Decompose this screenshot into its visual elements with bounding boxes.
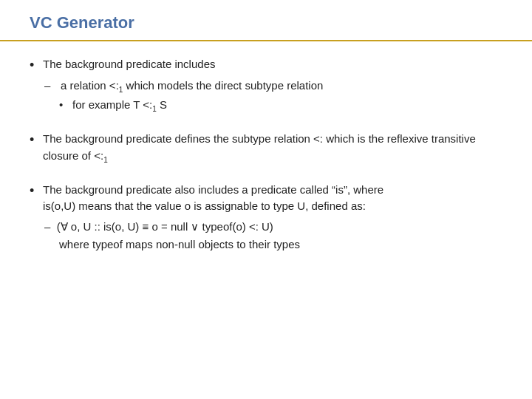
formula-line: – (∀ o, U :: is(o, U) ≡ o = null ∨ typeo…	[44, 218, 502, 236]
bullet-3-line2: is(o,U) means that the value o is assign…	[43, 200, 366, 212]
sub-sub-bullet-row: • for example T <:1 S	[59, 97, 502, 115]
bullet-2-text: The background predicate defines the sub…	[43, 131, 502, 166]
bullet-3-text: The background predicate also includes a…	[43, 182, 502, 215]
sub-sub-text: for example T <:1 S	[72, 97, 502, 115]
bullet-1-top: • The background predicate includes	[30, 56, 502, 75]
bullet-1-text: The background predicate includes	[43, 56, 502, 73]
sub-bullet-1-row: – a relation <:1 which models the direct…	[44, 78, 502, 95]
slide-container: VC Generator • The background predicate …	[0, 0, 532, 399]
bullet-1-dot: •	[30, 56, 43, 75]
sub-sub-bullet: • for example T <:1 S	[59, 97, 502, 115]
for-example-label: for example	[72, 98, 130, 111]
where-line: where typeof maps non-null objects to th…	[59, 236, 502, 253]
bullet-2-top: • The background predicate defines the s…	[30, 131, 502, 166]
bullet-3-top: • The background predicate also includes…	[30, 182, 502, 215]
bullet-3-dot: •	[30, 182, 43, 200]
sub-sub-dot: •	[59, 97, 72, 114]
bullet-2-dot: •	[30, 131, 43, 149]
sub-dash-1: –	[44, 78, 61, 95]
bullet-section-1: • The background predicate includes – a …	[30, 56, 502, 115]
title-bar: VC Generator	[0, 0, 532, 41]
content-area: • The background predicate includes – a …	[0, 41, 532, 284]
slide-title: VC Generator	[30, 13, 134, 32]
sub-bullet-1-text: a relation <:1 which models the direct s…	[61, 78, 502, 95]
bullet-section-2: • The background predicate defines the s…	[30, 131, 502, 166]
bullet-section-3: • The background predicate also includes…	[30, 182, 502, 253]
bullet-1-sub: – a relation <:1 which models the direct…	[44, 78, 502, 115]
